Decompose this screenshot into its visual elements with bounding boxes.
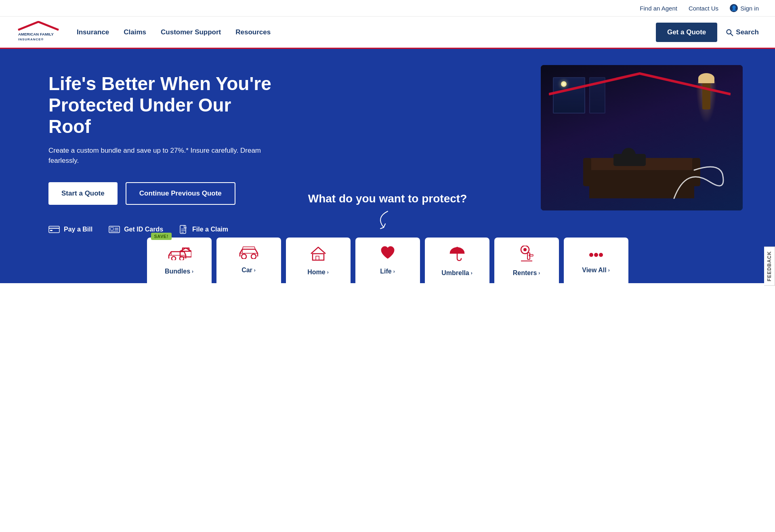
- product-card-renters[interactable]: Renters ›: [494, 238, 559, 283]
- svg-point-27: [523, 248, 527, 251]
- nav-links: Insurance Claims Customer Support Resour…: [77, 28, 656, 36]
- renters-icon: [519, 246, 535, 265]
- decorative-swirl: [662, 158, 735, 206]
- hero-buttons: Start a Quote Continue Previous Quote: [48, 182, 275, 205]
- svg-rect-8: [110, 227, 113, 230]
- svg-line-3: [731, 33, 733, 35]
- hero-section: Life's Better When You're Protected Unde…: [0, 49, 775, 283]
- view-all-chevron: ›: [608, 267, 610, 273]
- product-cards: SAVE!: [16, 238, 759, 283]
- life-label: Life ›: [380, 268, 395, 275]
- hero-content: Life's Better When You're Protected Unde…: [48, 73, 275, 234]
- product-card-umbrella[interactable]: Umbrella ›: [425, 238, 489, 283]
- umbrella-icon: [449, 246, 465, 265]
- svg-point-20: [242, 254, 246, 259]
- hero-roof-graphic: [549, 71, 731, 96]
- user-icon: 👤: [730, 4, 738, 12]
- search-icon: [725, 28, 733, 36]
- life-chevron: ›: [393, 269, 395, 274]
- save-badge: SAVE!: [151, 233, 172, 240]
- continue-quote-button[interactable]: Continue Previous Quote: [126, 182, 235, 205]
- svg-rect-24: [313, 254, 324, 260]
- view-all-icon: [588, 246, 604, 263]
- logo[interactable]: AMERICAN FAMILY INSURANCE®: [16, 21, 61, 43]
- svg-text:AMERICAN FAMILY: AMERICAN FAMILY: [18, 32, 54, 36]
- nav-resources[interactable]: Resources: [235, 28, 271, 36]
- home-icon: [310, 246, 326, 265]
- hero-title: Life's Better When You're Protected Unde…: [48, 73, 275, 137]
- svg-point-21: [251, 254, 256, 259]
- renters-chevron: ›: [538, 270, 540, 276]
- id-card-icon: [109, 226, 120, 233]
- logo-svg: AMERICAN FAMILY INSURANCE®: [16, 21, 61, 43]
- find-agent-link[interactable]: Find an Agent: [640, 5, 677, 12]
- svg-text:INSURANCE®: INSURANCE®: [18, 38, 44, 41]
- main-nav: AMERICAN FAMILY INSURANCE® Insurance Cla…: [0, 17, 775, 49]
- file-claim-link[interactable]: File a Claim: [179, 225, 228, 234]
- svg-rect-4: [49, 226, 59, 233]
- svg-point-33: [599, 253, 603, 257]
- pay-bill-link[interactable]: Pay a Bill: [48, 226, 92, 233]
- car-icon: [239, 246, 258, 263]
- credit-card-icon: [48, 226, 60, 233]
- view-all-label: View All ›: [582, 267, 609, 274]
- nav-insurance[interactable]: Insurance: [77, 28, 109, 36]
- start-quote-button[interactable]: Start a Quote: [48, 182, 118, 205]
- protect-arrow: [372, 209, 404, 233]
- product-card-car[interactable]: Car ›: [216, 238, 281, 283]
- feedback-tab[interactable]: FEEDBACK: [764, 246, 775, 283]
- contact-us-link[interactable]: Contact Us: [689, 5, 718, 12]
- hero-quick-links: Pay a Bill Get ID Cards: [48, 225, 275, 234]
- hero-image: [541, 65, 743, 210]
- product-card-home[interactable]: Home ›: [286, 238, 351, 283]
- bundles-label: Bundles ›: [165, 268, 193, 275]
- search-link[interactable]: Search: [725, 28, 759, 36]
- svg-rect-25: [316, 256, 319, 260]
- svg-point-31: [589, 253, 593, 257]
- product-card-bundles[interactable]: SAVE!: [147, 238, 212, 283]
- bundles-chevron: ›: [192, 269, 193, 274]
- nav-customer-support[interactable]: Customer Support: [161, 28, 221, 36]
- sign-in-link[interactable]: 👤 Sign in: [730, 4, 759, 12]
- home-label: Home ›: [307, 269, 328, 276]
- car-label: Car ›: [242, 267, 256, 274]
- bundles-icon: [167, 246, 191, 264]
- svg-rect-7: [109, 226, 120, 233]
- renters-label: Renters ›: [513, 269, 540, 277]
- svg-point-16: [172, 257, 176, 260]
- umbrella-chevron: ›: [471, 270, 473, 276]
- product-card-life[interactable]: Life ›: [355, 238, 420, 283]
- umbrella-label: Umbrella ›: [441, 269, 472, 277]
- file-icon: [179, 225, 188, 234]
- svg-rect-6: [50, 230, 53, 231]
- life-icon: [380, 246, 396, 264]
- get-quote-button[interactable]: Get a Quote: [656, 23, 717, 42]
- get-id-cards-link[interactable]: Get ID Cards: [109, 226, 163, 233]
- svg-point-32: [594, 253, 598, 257]
- car-chevron: ›: [254, 267, 256, 273]
- home-chevron: ›: [327, 269, 329, 275]
- hero-subtitle: Create a custom bundle and save up to 27…: [48, 145, 275, 166]
- nav-right: Get a Quote Search: [656, 23, 759, 42]
- product-card-view-all[interactable]: View All ›: [564, 238, 628, 283]
- top-bar: Find an Agent Contact Us 👤 Sign in: [0, 0, 775, 17]
- nav-claims[interactable]: Claims: [124, 28, 146, 36]
